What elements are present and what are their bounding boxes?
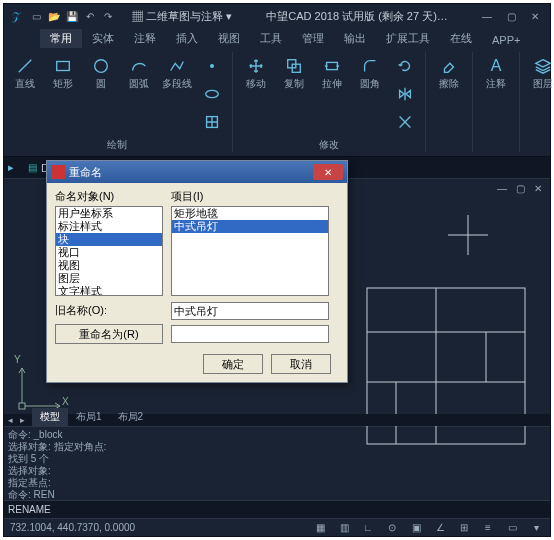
newname-field[interactable]: [171, 325, 329, 343]
scroll-left-icon[interactable]: ◂: [4, 415, 16, 425]
rotate-button[interactable]: [391, 52, 419, 80]
list-item[interactable]: 块: [56, 233, 162, 246]
tab-solid[interactable]: 实体: [82, 29, 124, 48]
redo-icon[interactable]: ↷: [101, 9, 115, 23]
panel-annotate: A注释: [479, 52, 520, 152]
dialog-titlebar[interactable]: 重命名 ✕: [47, 161, 347, 183]
panel-layer: 图层: [526, 52, 554, 152]
list-item[interactable]: 中式吊灯: [172, 220, 328, 233]
dialog-close-button[interactable]: ✕: [313, 164, 343, 180]
chevron-down-icon: ▾: [226, 10, 232, 22]
copy-button[interactable]: 复制: [277, 52, 311, 96]
rename-dialog: 重命名 ✕ 命名对象(N) 用户坐标系 标注样式 块 视口 视图 图层 文字样式…: [46, 160, 348, 383]
minimize-button[interactable]: ―: [476, 8, 498, 24]
named-objects-list[interactable]: 用户坐标系 标注样式 块 视口 视图 图层 文字样式 线型 表格样式 多重引线样…: [55, 206, 163, 296]
status-bar: 732.1004, 440.7370, 0.0000 ▦ ▥ ∟ ⊙ ▣ ∠ ⊞…: [4, 518, 550, 536]
arc-button[interactable]: 圆弧: [122, 52, 156, 96]
hatch-button[interactable]: [198, 108, 226, 136]
panel-draw-title: 绘制: [107, 136, 127, 152]
circle-button[interactable]: 圆: [84, 52, 118, 96]
tab-online[interactable]: 在线: [440, 29, 482, 48]
list-item[interactable]: 视图: [56, 259, 162, 272]
crosshair-cursor: [448, 215, 488, 257]
mirror-button[interactable]: [391, 80, 419, 108]
layer-button[interactable]: 图层: [526, 52, 554, 96]
oldname-field[interactable]: [171, 302, 329, 320]
erase-button[interactable]: 擦除: [432, 52, 466, 96]
undo-icon[interactable]: ↶: [83, 9, 97, 23]
cancel-button[interactable]: 取消: [271, 354, 331, 374]
point-button[interactable]: [198, 52, 226, 80]
status-more-icon[interactable]: ▾: [528, 522, 544, 533]
list-item[interactable]: 视口: [56, 246, 162, 259]
svg-point-1: [95, 60, 108, 73]
list-item[interactable]: 矩形地毯: [172, 207, 328, 220]
command-input[interactable]: RENAME: [4, 500, 550, 518]
items-list[interactable]: 矩形地毯 中式吊灯: [171, 206, 329, 296]
layout-model[interactable]: 模型: [32, 408, 68, 426]
svg-rect-0: [57, 62, 70, 71]
dwg-file-icon: ▤: [28, 162, 37, 173]
scroll-right-icon[interactable]: ▸: [16, 415, 28, 425]
otrack-toggle-icon[interactable]: ∠: [432, 522, 448, 533]
svg-rect-16: [19, 403, 25, 409]
annotate-button[interactable]: A注释: [479, 52, 513, 96]
doc-tab-marker-icon[interactable]: ▸: [8, 161, 14, 174]
move-button[interactable]: 移动: [239, 52, 273, 96]
dyn-toggle-icon[interactable]: ⊞: [456, 522, 472, 533]
vp-close-icon[interactable]: ✕: [530, 181, 546, 195]
layout-2[interactable]: 布局2: [110, 408, 152, 426]
layout-1[interactable]: 布局1: [68, 408, 110, 426]
model-toggle-icon[interactable]: ▭: [504, 522, 520, 533]
coords-readout: 732.1004, 440.7370, 0.0000: [10, 522, 135, 533]
lwt-toggle-icon[interactable]: ≡: [480, 522, 496, 533]
snap-toggle-icon[interactable]: ▥: [336, 522, 352, 533]
list-item[interactable]: 用户坐标系: [56, 207, 162, 220]
dialog-title: 重命名: [69, 165, 102, 180]
named-objects-label: 命名对象(N): [55, 189, 163, 204]
grid-icon: ▦: [132, 10, 143, 22]
cmd-line: 命令: REN: [8, 489, 546, 500]
ortho-toggle-icon[interactable]: ∟: [360, 522, 376, 533]
dialog-icon: [51, 165, 65, 179]
close-button[interactable]: ✕: [524, 8, 546, 24]
workspace-dropdown[interactable]: ▦ 二维草图与注释 ▾: [126, 9, 238, 24]
osnap-toggle-icon[interactable]: ▣: [408, 522, 424, 533]
ellipse-button[interactable]: [198, 80, 226, 108]
grid-toggle-icon[interactable]: ▦: [312, 522, 328, 533]
list-item[interactable]: 文字样式: [56, 285, 162, 296]
open-icon[interactable]: 📂: [47, 9, 61, 23]
fillet-button[interactable]: 圆角: [353, 52, 387, 96]
rename-to-button[interactable]: 重命名为(R): [55, 324, 163, 344]
maximize-button[interactable]: ▢: [500, 8, 522, 24]
vp-max-icon[interactable]: ▢: [512, 181, 528, 195]
tab-annotate[interactable]: 注释: [124, 29, 166, 48]
tab-app[interactable]: APP+: [482, 32, 530, 48]
tab-view[interactable]: 视图: [208, 29, 250, 48]
line-button[interactable]: 直线: [8, 52, 42, 96]
trim-button[interactable]: [391, 108, 419, 136]
list-item[interactable]: 标注样式: [56, 220, 162, 233]
ribbon-tabs: 常用 实体 注释 插入 视图 工具 管理 输出 扩展工具 在线 APP+: [4, 28, 550, 48]
list-item[interactable]: 图层: [56, 272, 162, 285]
vp-min-icon[interactable]: ―: [494, 181, 510, 195]
tab-ext[interactable]: 扩展工具: [376, 29, 440, 48]
panel-modify-title: 修改: [319, 136, 339, 152]
viewport-controls: ― ▢ ✕: [494, 181, 546, 195]
save-icon[interactable]: 💾: [65, 9, 79, 23]
cmd-line: 选择对象:: [8, 465, 546, 477]
tab-insert[interactable]: 插入: [166, 29, 208, 48]
polar-toggle-icon[interactable]: ⊙: [384, 522, 400, 533]
stretch-button[interactable]: 拉伸: [315, 52, 349, 96]
tab-common[interactable]: 常用: [40, 29, 82, 48]
svg-point-3: [206, 90, 219, 97]
tab-tools[interactable]: 工具: [250, 29, 292, 48]
tab-output[interactable]: 输出: [334, 29, 376, 48]
app-logo-icon[interactable]: 𝒵: [8, 9, 22, 23]
new-icon[interactable]: ▭: [29, 9, 43, 23]
pline-button[interactable]: 多段线: [160, 52, 194, 96]
tab-manage[interactable]: 管理: [292, 29, 334, 48]
ok-button[interactable]: 确定: [203, 354, 263, 374]
rect-button[interactable]: 矩形: [46, 52, 80, 96]
svg-rect-7: [327, 62, 338, 69]
